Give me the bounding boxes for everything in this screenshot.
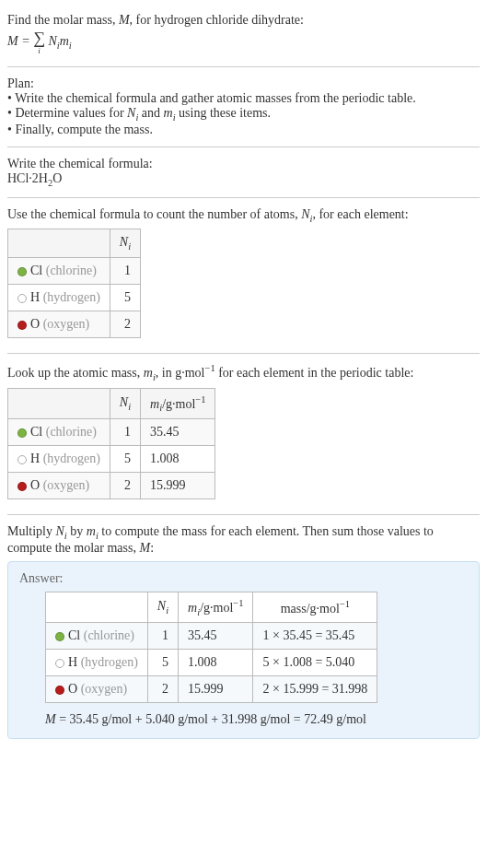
count-value: 2 <box>147 676 178 703</box>
element-cell: Cl (chlorine) <box>8 419 110 446</box>
element-cell: O (oxygen) <box>46 676 148 703</box>
multiply-text: Multiply Ni by mi to compute the mass fo… <box>7 524 480 556</box>
mass-value: 15.999 <box>179 676 253 703</box>
element-dot-icon <box>55 659 64 668</box>
header-Ni: Ni <box>110 388 140 418</box>
count-value: 5 <box>110 285 140 311</box>
multiply-section: Multiply Ni by mi to compute the mass fo… <box>7 519 480 745</box>
element-dot-icon <box>17 294 27 303</box>
table-row: O (oxygen) 2 <box>8 311 141 338</box>
divider <box>7 147 480 147</box>
table-row: H (hydrogen) 5 1.008 <box>8 446 215 473</box>
count-heading: Use the chemical formula to count the nu… <box>7 207 480 224</box>
element-dot-icon <box>17 482 27 491</box>
table-header-row: Ni <box>8 229 141 258</box>
empty-header <box>8 388 110 418</box>
final-equation: M = 35.45 g/mol + 5.040 g/mol + 31.998 g… <box>45 712 468 727</box>
intro-section: Find the molar mass, M, for hydrogen chl… <box>7 7 480 63</box>
formula-equals: = <box>18 34 33 48</box>
formula-mi: mi <box>60 34 72 48</box>
mass-value: 35.45 <box>141 419 215 446</box>
chem-formula: HCl·2H2O <box>7 171 480 188</box>
header-mi: mi/g·mol−1 <box>141 388 215 418</box>
element-dot-icon <box>55 632 64 641</box>
element-cell: H (hydrogen) <box>46 650 148 676</box>
chem-heading: Write the chemical formula: <box>7 157 480 171</box>
mass-value: 35.45 <box>179 623 253 650</box>
plan-bullet-3: • Finally, compute the mass. <box>7 123 480 137</box>
header-mi: mi/g·mol−1 <box>179 592 253 622</box>
divider <box>7 514 480 515</box>
count-value: 2 <box>110 311 140 338</box>
mass-calc: 2 × 15.999 = 31.998 <box>253 676 377 703</box>
mass-calc: 1 × 35.45 = 35.45 <box>253 623 377 650</box>
table-row: H (hydrogen) 5 1.008 5 × 1.008 = 5.040 <box>46 650 377 676</box>
table-header-row: Ni mi/g·mol−1 <box>8 388 215 418</box>
table-row: O (oxygen) 2 15.999 <box>8 473 215 499</box>
count-value: 5 <box>110 446 140 473</box>
count-value: 1 <box>147 623 178 650</box>
intro-line: Find the molar mass, M, for hydrogen chl… <box>7 13 480 28</box>
count-table: Ni Cl (chlorine) 1 H (hydrogen) 5 O (oxy… <box>7 229 141 338</box>
molar-mass-formula: M = ∑i Nimi <box>7 28 480 57</box>
element-cell: O (oxygen) <box>8 311 110 338</box>
mass-value: 1.008 <box>179 650 253 676</box>
plan-section: Plan: • Write the chemical formula and g… <box>7 71 480 143</box>
element-dot-icon <box>17 267 27 276</box>
plan-heading: Plan: <box>7 76 480 91</box>
element-dot-icon <box>17 428 27 438</box>
atomic-mass-section: Look up the atomic mass, mi, in g·mol−1 … <box>7 358 480 510</box>
empty-header <box>8 229 110 258</box>
mass-calc: 5 × 1.008 = 5.040 <box>253 650 377 676</box>
table-row: Cl (chlorine) 1 <box>8 258 141 285</box>
count-value: 1 <box>110 419 140 446</box>
divider <box>7 353 480 354</box>
header-Ni: Ni <box>147 592 178 622</box>
sigma-symbol: ∑i <box>33 29 45 55</box>
answer-table: Ni mi/g·mol−1 mass/g·mol−1 Cl (chlorine)… <box>45 592 377 703</box>
divider <box>7 197 480 198</box>
header-Ni: Ni <box>110 229 140 258</box>
empty-header <box>46 592 148 622</box>
element-cell: O (oxygen) <box>8 473 110 499</box>
mass-value: 1.008 <box>141 446 215 473</box>
count-value: 5 <box>147 650 178 676</box>
chemical-formula-section: Write the chemical formula: HCl·2H2O <box>7 151 480 194</box>
element-dot-icon <box>17 321 27 330</box>
element-dot-icon <box>17 455 27 464</box>
table-row: H (hydrogen) 5 <box>8 285 141 311</box>
formula-M: M <box>7 34 18 48</box>
element-cell: H (hydrogen) <box>8 285 110 311</box>
element-cell: H (hydrogen) <box>8 446 110 473</box>
table-row: Cl (chlorine) 1 35.45 <box>8 419 215 446</box>
count-value: 1 <box>110 258 140 285</box>
plan-bullet-1: • Write the chemical formula and gather … <box>7 91 480 106</box>
mass-table: Ni mi/g·mol−1 Cl (chlorine) 1 35.45 H (h… <box>7 388 215 499</box>
table-row: Cl (chlorine) 1 35.45 1 × 35.45 = 35.45 <box>46 623 377 650</box>
plan-bullet-2: • Determine values for Ni and mi using t… <box>7 106 480 123</box>
formula-Ni: Ni <box>48 34 59 48</box>
intro-text-2: , for hydrogen chloride dihydrate: <box>130 13 304 27</box>
mass-heading: Look up the atomic mass, mi, in g·mol−1 … <box>7 363 480 381</box>
element-cell: Cl (chlorine) <box>46 623 148 650</box>
element-cell: Cl (chlorine) <box>8 258 110 285</box>
divider <box>7 66 480 67</box>
atom-count-section: Use the chemical formula to count the nu… <box>7 202 480 350</box>
intro-var-M: M <box>119 13 130 27</box>
mass-value: 15.999 <box>141 473 215 499</box>
element-dot-icon <box>55 686 64 695</box>
count-value: 2 <box>110 473 140 499</box>
sigma-icon: ∑ <box>33 29 45 47</box>
answer-box: Answer: Ni mi/g·mol−1 mass/g·mol−1 Cl (c… <box>7 561 480 739</box>
table-row: O (oxygen) 2 15.999 2 × 15.999 = 31.998 <box>46 676 377 703</box>
sigma-sub: i <box>33 47 45 55</box>
answer-label: Answer: <box>19 571 468 586</box>
intro-text-1: Find the molar mass, <box>7 13 119 27</box>
header-mass: mass/g·mol−1 <box>253 592 377 622</box>
table-header-row: Ni mi/g·mol−1 mass/g·mol−1 <box>46 592 377 622</box>
